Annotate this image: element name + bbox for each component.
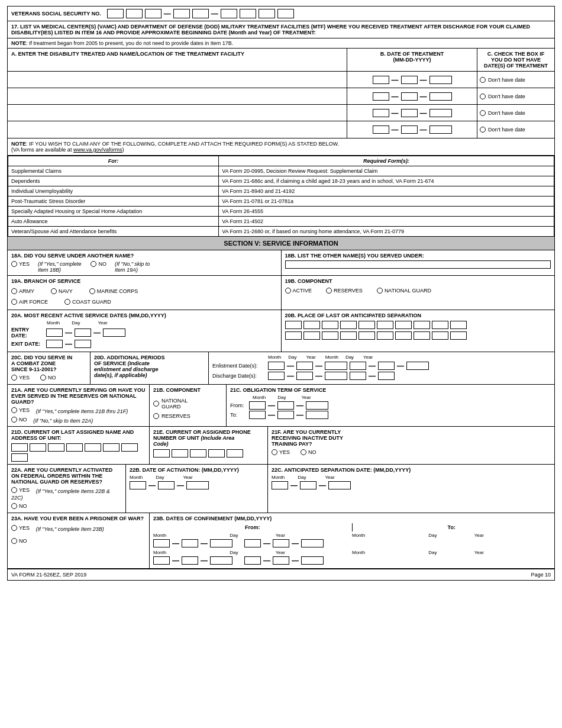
enlist-month-1[interactable] <box>268 362 285 370</box>
place-box-12[interactable] <box>303 331 320 340</box>
reserves-radio-19b[interactable] <box>326 288 332 294</box>
marine-radio[interactable] <box>89 288 95 294</box>
q23b-to-year-2[interactable] <box>301 556 324 565</box>
exit-day[interactable] <box>75 340 91 348</box>
entry-month[interactable] <box>46 328 63 337</box>
date-mm-2[interactable] <box>373 92 389 101</box>
phone-box-4[interactable] <box>208 449 225 458</box>
discharge-day-1[interactable] <box>296 372 313 380</box>
place-box-16[interactable] <box>377 331 393 340</box>
q21f-yes-radio[interactable] <box>272 449 277 455</box>
dont-have-date-radio-4[interactable] <box>480 127 486 133</box>
unit-box-8[interactable] <box>11 453 28 462</box>
place-box-7[interactable] <box>395 321 412 329</box>
q22c-month[interactable] <box>272 481 288 489</box>
q23b-from-month-2[interactable] <box>153 556 170 565</box>
place-box-5[interactable] <box>358 321 375 329</box>
date-dd-2[interactable] <box>401 92 418 101</box>
q23b-to-month-1[interactable] <box>244 539 261 547</box>
place-box-20[interactable] <box>450 331 467 340</box>
q22a-yes-radio[interactable] <box>11 487 17 493</box>
to-year[interactable] <box>306 411 328 419</box>
q23b-from-day-2[interactable] <box>182 556 198 565</box>
place-box-15[interactable] <box>358 331 375 340</box>
discharge-year-1[interactable] <box>325 372 347 380</box>
coastguard-radio[interactable] <box>64 299 70 305</box>
date-yyyy-3[interactable] <box>429 109 452 117</box>
treatment-col-a-2[interactable] <box>8 88 347 104</box>
q23b-to-day-2[interactable] <box>273 556 289 565</box>
to-month[interactable] <box>249 411 266 419</box>
to-day[interactable] <box>277 411 294 419</box>
place-box-9[interactable] <box>432 321 448 329</box>
ssn-box-3[interactable] <box>145 9 162 18</box>
date-mm-3[interactable] <box>373 109 389 117</box>
dont-have-date-radio-1[interactable] <box>480 77 486 83</box>
treatment-col-a-3[interactable] <box>8 105 347 121</box>
from-day[interactable] <box>277 401 294 410</box>
q22a-no-radio[interactable] <box>11 503 17 509</box>
exit-month[interactable] <box>46 340 63 348</box>
from-year[interactable] <box>306 401 328 410</box>
dont-have-date-radio-2[interactable] <box>480 94 486 99</box>
q21f-no-radio[interactable] <box>301 449 306 455</box>
place-box-6[interactable] <box>377 321 393 329</box>
q18a-no-radio[interactable] <box>91 261 96 267</box>
place-box-14[interactable] <box>340 331 357 340</box>
place-box-3[interactable] <box>322 321 338 329</box>
unit-box-2[interactable] <box>30 443 46 452</box>
date-dd-4[interactable] <box>401 125 418 134</box>
dont-have-date-radio-3[interactable] <box>480 110 486 116</box>
place-box-17[interactable] <box>395 331 412 340</box>
q23a-no-radio[interactable] <box>11 538 17 544</box>
q23a-yes-radio[interactable] <box>11 525 17 531</box>
enlist-year-2[interactable] <box>406 362 429 370</box>
ssn-box-8[interactable] <box>259 9 275 18</box>
place-box-4[interactable] <box>340 321 357 329</box>
q22c-day[interactable] <box>300 481 316 489</box>
date-yyyy-1[interactable] <box>429 76 452 84</box>
place-box-13[interactable] <box>322 331 338 340</box>
q23b-from-year-1[interactable] <box>210 539 232 547</box>
enlist-month-2[interactable] <box>350 362 366 370</box>
q22c-year[interactable] <box>328 481 351 489</box>
q23b-to-month-2[interactable] <box>244 556 261 565</box>
date-dd-1[interactable] <box>401 76 418 84</box>
place-box-18[interactable] <box>414 331 430 340</box>
discharge-month-1[interactable] <box>268 372 285 380</box>
date-dd-3[interactable] <box>401 109 418 117</box>
ssn-box-7[interactable] <box>240 9 256 18</box>
q23b-to-year-1[interactable] <box>301 539 324 547</box>
place-box-19[interactable] <box>432 331 448 340</box>
active-radio[interactable] <box>285 288 291 294</box>
enlist-year-1[interactable] <box>325 362 347 370</box>
unit-box-1[interactable] <box>11 443 28 452</box>
q23b-from-month-1[interactable] <box>153 539 170 547</box>
ssn-box-6[interactable] <box>221 9 237 18</box>
national-guard-radio-21b[interactable] <box>153 401 159 407</box>
q21a-yes-radio[interactable] <box>11 407 17 413</box>
q23b-from-day-1[interactable] <box>182 539 198 547</box>
date-mm-4[interactable] <box>373 125 389 134</box>
unit-box-7[interactable] <box>121 443 138 452</box>
ssn-box-9[interactable] <box>277 9 294 18</box>
q20c-yes-radio[interactable] <box>11 375 17 381</box>
q18a-yes-radio[interactable] <box>11 261 17 267</box>
navy-radio[interactable] <box>51 288 57 294</box>
ssn-box-1[interactable] <box>107 9 124 18</box>
national-guard-radio-19b[interactable] <box>377 288 383 294</box>
airforce-radio[interactable] <box>11 299 17 305</box>
q23b-from-year-2[interactable] <box>210 556 232 565</box>
place-box-1[interactable] <box>285 321 302 329</box>
from-month[interactable] <box>249 401 266 410</box>
entry-year[interactable] <box>103 328 125 337</box>
unit-box-4[interactable] <box>66 443 83 452</box>
enlist-day-1[interactable] <box>296 362 313 370</box>
place-box-10[interactable] <box>450 321 467 329</box>
ssn-box-5[interactable] <box>192 9 209 18</box>
discharge-day-2[interactable] <box>378 372 395 380</box>
treatment-col-a-1[interactable] <box>8 72 347 88</box>
place-box-2[interactable] <box>303 321 320 329</box>
unit-box-3[interactable] <box>48 443 64 452</box>
ssn-box-4[interactable] <box>173 9 190 18</box>
